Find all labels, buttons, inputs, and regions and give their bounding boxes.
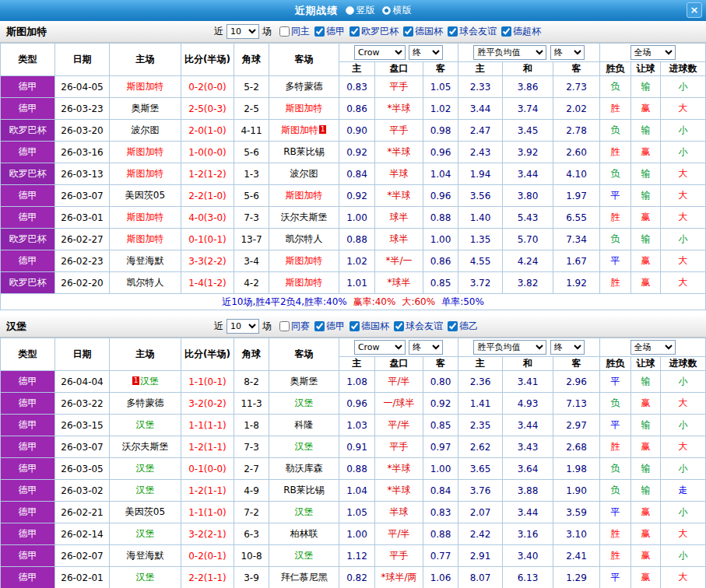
team-link[interactable]: 奥斯堡 — [290, 376, 318, 387]
europe-odds-select[interactable]: 胜平负均值 — [473, 340, 546, 355]
filter-checkbox[interactable]: 欧罗巴杯 — [349, 25, 399, 38]
team-link[interactable]: 美因茨05 — [125, 506, 165, 517]
team-link[interactable]: 斯图加特 — [127, 233, 164, 244]
match-score[interactable]: 1-2(1-1) — [181, 436, 234, 458]
team-link[interactable]: 沃尔夫斯堡 — [281, 212, 328, 222]
match-score[interactable]: 1-2(1-2) — [181, 163, 234, 185]
team-link[interactable]: 汉堡 — [140, 376, 159, 387]
scope-select[interactable]: 全场 — [630, 45, 676, 60]
team-link[interactable]: 凯尔特人 — [127, 277, 164, 288]
checkbox-input[interactable] — [448, 321, 458, 331]
match-score[interactable]: 3-3(2-2) — [181, 250, 234, 272]
team-link[interactable]: 汉堡 — [136, 463, 155, 474]
checkbox-input[interactable] — [279, 26, 290, 37]
team-link[interactable]: 波尔图 — [290, 168, 318, 179]
bookmaker-final-select[interactable]: 终 — [409, 45, 443, 60]
team-link[interactable]: 斯图加特 — [286, 103, 323, 114]
team-link[interactable]: 汉堡 — [136, 419, 155, 430]
team-link[interactable]: 多特蒙德 — [127, 397, 164, 408]
match-score[interactable]: 3-2(0-2) — [181, 393, 234, 415]
team-link[interactable]: 拜仁慕尼黑 — [281, 572, 328, 583]
bookmaker-select[interactable]: Crow — [354, 340, 406, 355]
match-score[interactable]: 1-4(1-2) — [181, 272, 234, 294]
team-link[interactable]: 汉堡 — [295, 550, 314, 561]
match-score[interactable]: 2-0(1-0) — [181, 120, 234, 142]
checkbox-input[interactable] — [279, 321, 290, 331]
team-link[interactable]: RB莱比锡 — [283, 146, 325, 157]
match-score[interactable]: 2-2(1-1) — [181, 567, 234, 588]
bookmaker-final-select[interactable]: 终 — [409, 340, 443, 355]
match-score[interactable]: 1-0(0-0) — [181, 142, 234, 163]
filter-checkbox[interactable]: 德国杯 — [349, 320, 389, 333]
team-link[interactable]: 斯图加特 — [127, 81, 164, 92]
checkbox-input[interactable] — [403, 26, 413, 37]
layout-radio-vertical[interactable]: 竖版 — [346, 4, 375, 17]
team-link[interactable]: RB莱比锡 — [283, 485, 325, 495]
checkbox-input[interactable] — [314, 26, 325, 37]
team-link[interactable]: 多特蒙德 — [286, 81, 323, 92]
match-score[interactable]: 3-2(2-1) — [181, 523, 234, 545]
team-link[interactable]: 勒沃库森 — [286, 463, 323, 474]
team-link[interactable]: 汉堡 — [295, 506, 314, 517]
team-link[interactable]: 斯图加特 — [127, 146, 164, 157]
match-score[interactable]: 0-1(0-0) — [181, 458, 234, 480]
team-link[interactable]: 斯图加特 — [281, 124, 318, 135]
match-score[interactable]: 1-1(1-0) — [181, 502, 234, 523]
filter-checkbox[interactable]: 球会友谊 — [394, 320, 443, 333]
team-link[interactable]: 海登海默 — [127, 255, 164, 266]
team-link[interactable]: 海登海默 — [127, 550, 164, 561]
team-link[interactable]: 科隆 — [295, 419, 314, 430]
match-score[interactable]: 0-2(0-1) — [181, 545, 234, 567]
scope-select[interactable]: 全场 — [630, 340, 676, 355]
match-score[interactable]: 1-2(1-1) — [181, 480, 234, 502]
team-link[interactable]: 斯图加特 — [286, 277, 323, 288]
checkbox-input[interactable] — [501, 26, 511, 37]
filter-checkbox[interactable]: 球会友谊 — [448, 25, 497, 38]
europe-odds-select[interactable]: 胜平负均值 — [473, 45, 546, 60]
team-link[interactable]: 斯图加特 — [127, 168, 164, 179]
team-link[interactable]: 柏林联 — [290, 528, 318, 539]
match-score[interactable]: 0-1(0-1) — [181, 229, 234, 250]
team-link[interactable]: 斯图加特 — [286, 190, 323, 201]
checkbox-input[interactable] — [394, 321, 404, 331]
filter-checkbox[interactable]: 同主 — [279, 25, 310, 38]
team-link[interactable]: 汉堡 — [136, 485, 155, 495]
team-link[interactable]: 汉堡 — [136, 572, 155, 583]
asian-handicap: 平手 — [375, 545, 423, 567]
team-link[interactable]: 斯图加特 — [286, 255, 323, 266]
filter-checkbox[interactable]: 同赛 — [279, 320, 310, 333]
team-link[interactable]: 凯尔特人 — [286, 233, 323, 244]
team-link[interactable]: 波尔图 — [132, 124, 160, 135]
filter-checkbox[interactable]: 德甲 — [314, 320, 345, 333]
filter-checkbox[interactable]: 德国杯 — [403, 25, 443, 38]
checkbox-input[interactable] — [448, 26, 458, 37]
team-link[interactable]: 奥斯堡 — [132, 103, 160, 114]
europe-final-select[interactable]: 终 — [550, 340, 585, 355]
close-icon[interactable]: × — [687, 2, 702, 18]
match-score[interactable]: 2-5(0-3) — [181, 98, 234, 120]
checkbox-input[interactable] — [314, 321, 325, 331]
team-link[interactable]: 汉堡 — [295, 441, 314, 452]
match-score[interactable]: 2-2(1-0) — [181, 185, 234, 207]
bookmaker-select[interactable]: Crow — [354, 45, 406, 60]
team-link[interactable]: 斯图加特 — [127, 212, 164, 222]
filter-checkbox[interactable]: 德甲 — [314, 25, 345, 38]
layout-radio-horizontal[interactable]: 横版 — [382, 4, 412, 17]
team-link[interactable]: 汉堡 — [295, 397, 314, 408]
match-count-select[interactable]: 10 — [227, 24, 259, 39]
filter-checkbox[interactable]: 德乙 — [448, 320, 478, 333]
team-link[interactable]: 美因茨05 — [125, 190, 165, 201]
team-link[interactable]: 汉堡 — [136, 528, 155, 539]
match-score[interactable]: 1-1(1-1) — [181, 415, 234, 436]
euro-home-odds: 3.76 — [458, 480, 503, 502]
filter-checkbox[interactable]: 德超杯 — [501, 25, 541, 38]
match-count-select[interactable]: 10 — [227, 319, 259, 334]
match-score[interactable]: 1-1(0-1) — [181, 371, 234, 393]
europe-final-select[interactable]: 终 — [550, 45, 585, 60]
checkbox-input[interactable] — [349, 26, 360, 37]
match-score[interactable]: 4-0(3-0) — [181, 207, 234, 229]
team-link[interactable]: 沃尔夫斯堡 — [122, 441, 169, 452]
checkbox-input[interactable] — [349, 321, 360, 331]
match-score[interactable]: 0-2(0-0) — [181, 76, 234, 98]
result-wdl: 胜 — [600, 436, 631, 458]
